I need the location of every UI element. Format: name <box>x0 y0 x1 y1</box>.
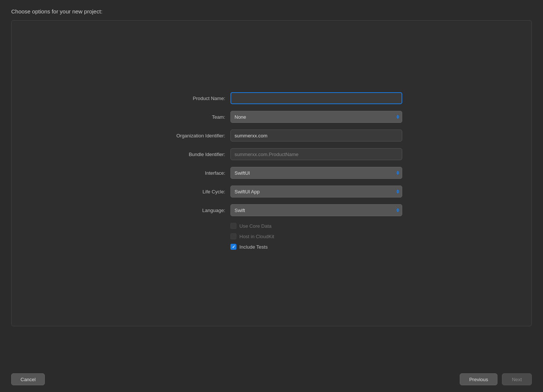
include-tests-row: ✓ Include Tests <box>141 244 402 250</box>
language-select[interactable]: SwiftObjective-C <box>230 204 402 216</box>
product-name-row: Product Name: <box>141 92 402 104</box>
form-container: Product Name: Team: None <box>141 92 402 254</box>
interface-row: Interface: SwiftUIStoryboard <box>141 167 402 179</box>
host-in-cloudkit-row: Host in CloudKit <box>141 233 402 239</box>
team-label: Team: <box>141 114 230 120</box>
footer-right: Previous Next <box>460 373 532 385</box>
lifecycle-select-wrapper: SwiftUI AppUIKit App Delegate <box>230 186 402 197</box>
use-core-data-row: Use Core Data <box>141 223 402 229</box>
include-tests-checkbox[interactable]: ✓ <box>230 244 236 250</box>
team-field: None <box>230 111 402 123</box>
bundle-identifier-field <box>230 148 402 160</box>
product-name-input[interactable] <box>230 92 402 104</box>
use-core-data-checkbox[interactable] <box>230 223 236 229</box>
host-in-cloudkit-label: Host in CloudKit <box>239 234 274 239</box>
lifecycle-row: Life Cycle: SwiftUI AppUIKit App Delegat… <box>141 186 402 197</box>
team-select-wrapper: None <box>230 111 402 123</box>
product-name-label: Product Name: <box>141 96 230 101</box>
lifecycle-field: SwiftUI AppUIKit App Delegate <box>230 186 402 197</box>
org-identifier-field <box>230 130 402 141</box>
org-identifier-label: Organization Identifier: <box>141 133 230 139</box>
host-in-cloudkit-wrapper: Host in CloudKit <box>230 233 274 239</box>
team-select[interactable]: None <box>230 111 402 123</box>
next-button: Next <box>502 373 532 385</box>
language-label: Language: <box>141 208 230 213</box>
language-row: Language: SwiftObjective-C <box>141 204 402 216</box>
checkmark-icon: ✓ <box>232 245 235 249</box>
bundle-identifier-row: Bundle Identifier: <box>141 148 402 160</box>
product-name-field <box>230 92 402 104</box>
lifecycle-label: Life Cycle: <box>141 189 230 195</box>
lifecycle-select[interactable]: SwiftUI AppUIKit App Delegate <box>230 186 402 197</box>
use-core-data-label: Use Core Data <box>239 223 272 229</box>
language-select-wrapper: SwiftObjective-C <box>230 204 402 216</box>
team-row: Team: None <box>141 111 402 123</box>
org-identifier-row: Organization Identifier: <box>141 130 402 141</box>
interface-label: Interface: <box>141 170 230 176</box>
include-tests-label: Include Tests <box>239 244 268 250</box>
include-tests-wrapper: ✓ Include Tests <box>230 244 268 250</box>
page-title: Choose options for your new project: <box>11 8 102 15</box>
bundle-identifier-input <box>230 148 402 160</box>
host-in-cloudkit-checkbox[interactable] <box>230 233 236 239</box>
interface-field: SwiftUIStoryboard <box>230 167 402 179</box>
interface-select[interactable]: SwiftUIStoryboard <box>230 167 402 179</box>
content-box: Product Name: Team: None <box>11 20 532 326</box>
previous-button[interactable]: Previous <box>460 373 497 385</box>
use-core-data-wrapper: Use Core Data <box>230 223 272 229</box>
footer: Cancel Previous Next <box>0 367 543 392</box>
cancel-button[interactable]: Cancel <box>11 373 45 385</box>
interface-select-wrapper: SwiftUIStoryboard <box>230 167 402 179</box>
org-identifier-input[interactable] <box>230 130 402 141</box>
language-field: SwiftObjective-C <box>230 204 402 216</box>
bundle-identifier-label: Bundle Identifier: <box>141 152 230 157</box>
